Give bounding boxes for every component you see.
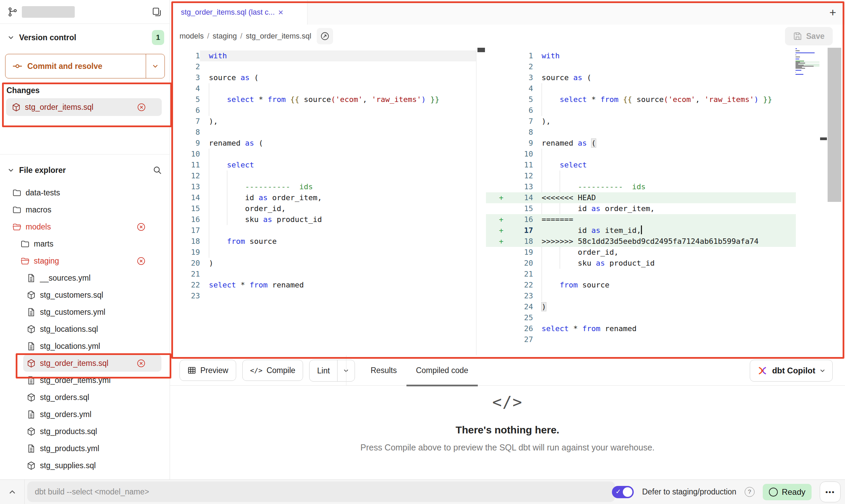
dbt-copilot-button[interactable]: dbt Copilot [750,360,833,382]
folder-icon [20,239,30,249]
code-pane-original[interactable]: 1with23source as (45 select * from {{ so… [170,48,476,355]
file-tree-item-stg-orders-yml[interactable]: stg_orders.yml [0,406,170,423]
diff-added-marker [486,203,506,214]
command-input[interactable] [27,481,615,502]
code-line: 11 select [486,160,796,171]
file-tree-item-stg-orders-sql[interactable]: stg_orders.sql [0,389,170,406]
defer-toggle[interactable]: ✓ [612,486,634,498]
lint-split-button[interactable]: Lint [309,360,355,382]
code-line: 9renamed as ( [486,138,796,149]
file-tree-item-label: stg_products.yml [40,444,99,453]
breadcrumb-row: models/staging/stg_order_items.sql Save [170,25,845,48]
file-tree-item-label: stg_supplies.sql [40,461,96,470]
tab-close-icon[interactable]: × [278,8,283,17]
discard-change-icon[interactable] [137,222,146,232]
breadcrumb-models: models [180,32,204,40]
line-number: 9 [506,138,533,149]
compiled-code-label: Compiled code [416,366,468,375]
line-number: 13 [506,181,533,192]
discard-change-icon[interactable] [137,359,146,368]
changes-section-title: Changes [6,86,40,95]
file-icon [27,308,36,317]
commit-and-resolve-button[interactable]: Commit and resolve [5,54,165,78]
search-icon[interactable] [153,165,162,175]
code-pane-modified[interactable]: 1with23source as (45 select * from {{ so… [486,48,845,355]
diff-editor: 1with23source as (45 select * from {{ so… [170,48,845,355]
save-button[interactable]: Save [785,27,833,45]
file-icon [27,444,36,453]
code-line: 19 order_id, [486,247,796,258]
lineage-icon-button[interactable] [317,28,333,44]
line-number: 23 [170,291,200,301]
line-number: 8 [170,127,200,138]
code-line: 15 id as order_item, [486,203,796,214]
line-number: 5 [170,94,200,105]
sidebar: Version control 1 Commit and resolve Cha… [0,0,170,480]
version-control-title: Version control [19,33,76,42]
code-line: 12 [486,171,796,181]
file-tree-item-stg-locations-yml[interactable]: stg_locations.yml [0,338,170,355]
more-options-button[interactable]: ••• [820,481,841,502]
check-icon: ✓ [615,488,621,495]
file-tree-item-stg-products-yml[interactable]: stg_products.yml [0,440,170,457]
version-control-header[interactable]: Version control 1 [0,27,170,48]
lint-label[interactable]: Lint [310,360,337,381]
diff-added-marker [486,291,506,301]
discard-change-icon[interactable] [137,256,146,266]
file-tree-item-staging[interactable]: staging [0,252,170,269]
tab-results[interactable]: Results [361,355,406,385]
tab-stg-order-items[interactable]: stg_order_items.sql (last c... × [170,0,307,25]
commit-and-resolve-main[interactable]: Commit and resolve [5,54,146,78]
tab-compiled-code[interactable]: Compiled code [406,355,478,385]
line-number: 11 [506,160,533,171]
file-tree-item-marts[interactable]: marts [0,235,170,252]
line-number: 6 [170,105,200,116]
code-line: 3source as ( [486,72,796,83]
code-line: 7), [486,116,796,127]
code-line: +14<<<<<<< HEAD [486,192,796,203]
compile-button[interactable]: </> Compile [242,360,303,381]
commit-and-resolve-label: Commit and resolve [27,62,102,71]
line-number: 18 [506,236,533,247]
diff-added-marker [486,312,506,323]
preview-button[interactable]: Preview [180,360,236,381]
tab-label: stg_order_items.sql (last c... [181,8,275,17]
file-tree-item-stg-customers-yml[interactable]: stg_customers.yml [0,303,170,321]
file-tree-item-stg-order-items-yml[interactable]: stg_order_items.yml [0,372,170,389]
file-tree-item-macros[interactable]: macros [0,201,170,218]
diff-added-marker: + [486,192,506,203]
help-icon[interactable]: ? [745,487,755,497]
new-tab-button[interactable]: + [829,6,836,19]
code-line: 21 [486,269,796,280]
commit-options-caret[interactable] [146,54,164,78]
file-explorer-header[interactable]: File explorer [0,160,170,180]
bottom-toolbar: Preview </> Compile Lint Results Compile… [170,355,845,386]
copy-files-icon[interactable] [152,7,162,17]
file-tree-item-stg-products-sql[interactable]: stg_products.sql [0,423,170,440]
file-icon [27,273,36,283]
file-tree-item-stg-supplies-sql[interactable]: stg_supplies.sql [0,457,170,474]
diff-added-marker [486,94,506,105]
file-tree-item-stg-customers-sql[interactable]: stg_customers.sql [0,286,170,303]
results-label: Results [371,366,397,375]
folder-icon [12,188,22,197]
chevron-up-icon[interactable] [8,488,16,496]
file-tree-item--sources-yml[interactable]: __sources.yml [0,269,170,286]
line-number: 5 [506,94,533,105]
file-tree-item-models[interactable]: models [0,218,170,235]
line-number: 15 [170,203,200,214]
file-tree-item-stg-order-items-sql[interactable]: stg_order_items.sql [0,355,170,372]
minimap[interactable] [796,48,819,76]
model-icon [27,325,36,334]
left-pane-scroll-marker[interactable] [477,48,485,52]
changes-item-stg-order-items[interactable]: stg_order_items.sql [6,98,162,116]
line-number: 4 [506,83,533,94]
diff-added-marker: + [486,236,506,247]
file-tree-item-data-tests[interactable]: data-tests [0,184,170,201]
file-tree-item-stg-locations-sql[interactable]: stg_locations.sql [0,321,170,338]
line-number: 21 [170,269,200,280]
code-line: 5 select * from {{ source('ecom', 'raw_i… [486,94,796,105]
file-tree-item-label: stg_customers.sql [40,291,103,300]
vertical-scrollbar-thumb[interactable] [828,48,841,202]
discard-change-icon[interactable] [137,103,146,112]
